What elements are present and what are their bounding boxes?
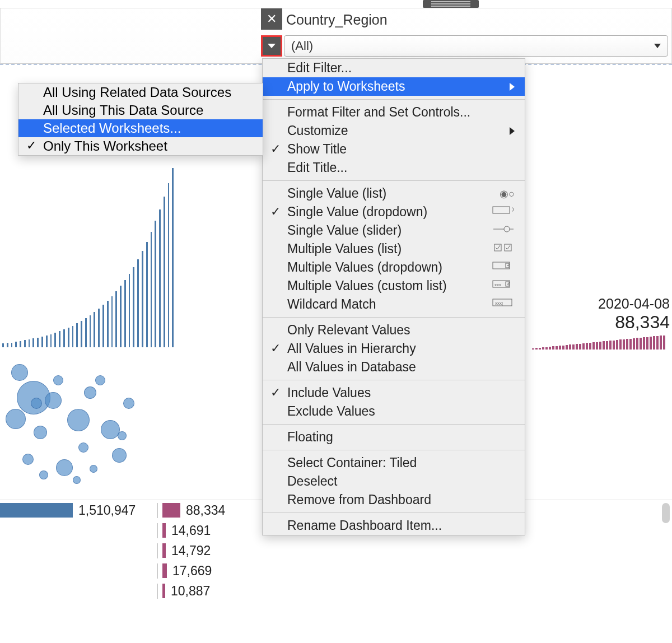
apply-to-worksheets-submenu: All Using Related Data Sources All Using… [18,83,263,156]
menu-include-values[interactable]: Include Values [263,384,525,402]
chevron-right-icon [510,83,515,91]
menu-exclude-values[interactable]: Exclude Values [263,402,525,421]
menu-floating[interactable]: Floating [263,428,525,446]
menu-select-container[interactable]: Select Container: Tiled [263,454,525,472]
chevron-down-icon [268,44,276,48]
submenu-item-only-this-worksheet[interactable]: Only This Worksheet [18,137,263,155]
row-b-label: 88,334 [180,503,225,518]
menu-single-value-dropdown[interactable]: Single Value (dropdown) [263,203,525,221]
menu-multi-values-list[interactable]: Multiple Values (list) [263,240,525,258]
chevron-right-icon [510,127,515,135]
submenu-item-all-related[interactable]: All Using Related Data Sources [18,83,263,101]
submenu-item-all-this-source[interactable]: All Using This Data Source [18,101,263,119]
menu-customize[interactable]: Customize [263,122,525,140]
close-icon[interactable]: ✕ [261,8,282,30]
menu-multi-values-dropdown[interactable]: Multiple Values (dropdown) [263,258,525,277]
menu-deselect[interactable]: Deselect [263,472,525,491]
submenu-item-selected-worksheets[interactable]: Selected Worksheets... [18,119,263,137]
chevron-down-icon [654,44,661,48]
svg-point-2 [504,226,510,232]
menu-rename-dashboard-item[interactable]: Rename Dashboard Item... [263,516,525,535]
menu-show-title[interactable]: Show Title [263,140,525,159]
menu-wildcard-match[interactable]: Wildcard Match xxx| [263,295,525,314]
dropdown-icon [492,205,515,219]
stat-date: 2020-04-08 [598,296,670,312]
bar-purple [162,503,180,518]
menu-all-values-database[interactable]: All Values in Database [263,358,525,376]
data-row: 14,792 [0,541,672,561]
menu-only-relevant-values[interactable]: Only Relevant Values [263,321,525,339]
filter-context-menu: Edit Filter... Apply to Worksheets Forma… [262,58,525,535]
stat-callout: 2020-04-08 88,334 [598,296,670,333]
row-b-label: 14,792 [166,543,211,558]
row-b-label: 17,669 [167,563,212,579]
filter-dropdown[interactable]: (All) [284,35,668,57]
data-row: 10,887 [0,581,672,601]
menu-single-value-list[interactable]: Single Value (list) ◉○ [263,184,525,203]
mini-bar-chart [532,334,672,350]
multi-dropdown-icon [492,260,515,274]
svg-text:xxx|: xxx| [495,301,503,306]
row-b-label: 10,887 [165,584,210,599]
radio-list-icon: ◉○ [492,188,515,200]
bar-chart [0,157,174,347]
drag-handle[interactable] [423,0,479,8]
custom-list-icon: xxx [492,279,515,293]
menu-format-filter[interactable]: Format Filter and Set Controls... [263,103,525,122]
row-a-label: 1,510,947 [73,503,136,518]
menu-single-value-slider[interactable]: Single Value (slider) [263,221,525,240]
stat-value: 88,334 [598,312,670,333]
menu-apply-to-worksheets[interactable]: Apply to Worksheets [263,77,525,96]
menu-multi-values-custom[interactable]: Multiple Values (custom list) xxx [263,277,525,295]
checklist-icon [492,242,515,256]
svg-text:xxx: xxx [494,282,501,287]
svg-rect-0 [493,207,510,213]
wildcard-icon: xxx| [492,297,515,311]
filter-selected-value: (All) [291,39,313,53]
menu-edit-filter[interactable]: Edit Filter... [263,59,525,77]
row-b-label: 14,691 [166,523,211,538]
svg-rect-3 [494,244,501,251]
filter-card: ✕ Country_Region (All) [0,8,672,64]
menu-all-values-hierarchy[interactable]: All Values in Hierarchy [263,339,525,358]
filter-menu-button[interactable] [261,35,282,57]
menu-remove-from-dashboard[interactable]: Remove from Dashboard [263,491,525,509]
map-panel [0,358,168,498]
menu-edit-title[interactable]: Edit Title... [263,159,525,177]
slider-icon [492,223,515,237]
bar-blue [0,503,73,518]
data-row: 17,669 [0,561,672,581]
bar-purple [162,563,167,578]
scrollbar-thumb[interactable] [662,503,670,523]
svg-rect-4 [505,244,511,251]
filter-title: Country_Region [286,12,388,28]
